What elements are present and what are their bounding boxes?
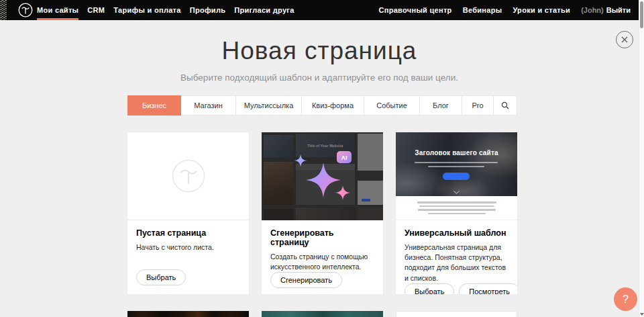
card-description: Создать страницу с помощью искусственног… bbox=[270, 252, 374, 272]
hero-blue-button bbox=[443, 173, 470, 180]
template-text-block bbox=[396, 196, 517, 220]
card-title: Пустая страница bbox=[136, 228, 240, 238]
card-description: Начать с чистого листа. bbox=[136, 242, 240, 253]
nav-item-lessons[interactable]: Уроки и статьи bbox=[513, 0, 570, 20]
scrollbar-down-arrow-icon[interactable] bbox=[640, 313, 644, 316]
universal-template-preview[interactable]: Заголовок вашего сайта bbox=[396, 132, 517, 220]
hero-text-line bbox=[415, 162, 498, 163]
template-category-tabs: Бизнес Магазин Мультиссылка Квиз-форма С… bbox=[127, 95, 517, 116]
tilda-watermark-icon bbox=[172, 159, 205, 193]
topbar-left-nav: Мои сайты CRM Тарифы и оплата Профиль Пр… bbox=[37, 0, 294, 20]
chevron-down-icon bbox=[453, 191, 460, 194]
tab-event[interactable]: Событие bbox=[364, 95, 420, 116]
paragraph-line bbox=[419, 206, 494, 208]
card-universal-template[interactable]: Заголовок вашего сайта bbox=[396, 132, 517, 294]
tab-blog[interactable]: Блог bbox=[420, 95, 462, 116]
logout-link[interactable]: Выйти bbox=[606, 6, 631, 14]
search-icon bbox=[501, 101, 509, 109]
card-blank-page[interactable]: Пустая страница Начать с чистого листа. … bbox=[127, 132, 249, 294]
tilda-logo-icon[interactable] bbox=[18, 3, 33, 17]
topbar: Мои сайты CRM Тарифы и оплата Профиль Пр… bbox=[0, 0, 639, 20]
blank-page-preview[interactable] bbox=[127, 132, 249, 220]
generate-button[interactable]: Сгенерировать bbox=[270, 272, 342, 288]
card-body: Пустая страница Начать с чистого листа. … bbox=[127, 220, 249, 294]
card-body: Универсальный шаблон Универсальная стран… bbox=[396, 220, 517, 294]
svg-text:AI: AI bbox=[341, 154, 347, 161]
tab-search[interactable] bbox=[494, 95, 517, 116]
ai-preview-collage[interactable]: Title of Your Website bbox=[262, 132, 383, 220]
paragraph-line bbox=[417, 201, 496, 203]
modal-content: Новая страница Выберите подходящий шабло… bbox=[0, 20, 639, 317]
texture-pattern bbox=[0, 0, 7, 20]
template-card-partial[interactable] bbox=[127, 311, 249, 317]
scrollbar[interactable] bbox=[639, 0, 644, 317]
card-title: Универсальный шаблон bbox=[405, 228, 508, 238]
card-actions: Выбрать bbox=[136, 269, 240, 285]
nav-item-profile[interactable]: Профиль bbox=[190, 0, 226, 20]
card-actions: Сгенерировать bbox=[270, 272, 374, 288]
template-hero-heading: Заголовок вашего сайта bbox=[396, 149, 517, 156]
tab-store[interactable]: Магазин bbox=[181, 95, 236, 116]
paragraph-line bbox=[418, 209, 496, 211]
nav-item-plans[interactable]: Тарифы и оплата bbox=[113, 0, 180, 20]
user-logout[interactable]: (John) Выйти bbox=[581, 0, 631, 20]
tab-quiz-form[interactable]: Квиз-форма bbox=[302, 95, 364, 116]
topbar-right-nav: Справочный центр Вебинары Уроки и статьи… bbox=[378, 0, 631, 20]
choose-button[interactable]: Выбрать bbox=[405, 283, 454, 294]
card-actions: Выбрать Посмотреть bbox=[405, 283, 508, 294]
paragraph-line bbox=[428, 213, 486, 215]
view-button[interactable]: Посмотреть bbox=[459, 283, 517, 294]
nav-item-invite-friend[interactable]: Пригласи друга bbox=[234, 0, 294, 20]
scrollbar-thumb[interactable] bbox=[640, 1, 643, 28]
user-name: (John) bbox=[581, 6, 604, 14]
template-card-partial[interactable] bbox=[262, 311, 383, 317]
choose-button[interactable]: Выбрать bbox=[136, 269, 186, 285]
template-cards-row: Пустая страница Начать с чистого листа. … bbox=[127, 132, 517, 294]
page-subtitle: Выберите подходящий шаблон и адаптируйте… bbox=[0, 73, 639, 83]
ai-sparkle-icon: AI bbox=[286, 149, 361, 206]
card-generate-ai[interactable]: Title of Your Website bbox=[262, 132, 383, 294]
new-page-modal: Мои сайты CRM Тарифы и оплата Профиль Пр… bbox=[0, 0, 644, 317]
nav-item-my-sites[interactable]: Мои сайты bbox=[37, 0, 78, 20]
tab-pro[interactable]: Pro bbox=[462, 95, 494, 116]
ai-badge: AI bbox=[337, 151, 352, 163]
nav-item-webinars[interactable]: Вебинары bbox=[463, 0, 502, 20]
page-title: Новая страница bbox=[0, 37, 639, 65]
tab-multilink[interactable]: Мультиссылка bbox=[236, 95, 302, 116]
card-body: Сгенерировать страницу Создать страницу … bbox=[262, 220, 383, 294]
nav-item-crm[interactable]: CRM bbox=[87, 0, 105, 20]
tab-business[interactable]: Бизнес bbox=[127, 95, 181, 116]
question-mark-icon: ? bbox=[623, 293, 629, 306]
next-templates-row bbox=[127, 311, 517, 317]
help-button[interactable]: ? bbox=[614, 287, 637, 311]
nav-item-help-center[interactable]: Справочный центр bbox=[378, 0, 451, 20]
card-description: Универсальная страница для бизнеса. Поня… bbox=[405, 242, 508, 283]
card-title: Сгенерировать страницу bbox=[270, 228, 374, 247]
template-hero: Заголовок вашего сайта bbox=[396, 132, 517, 196]
template-card-partial[interactable] bbox=[396, 311, 517, 317]
hero-text-line bbox=[428, 166, 484, 167]
